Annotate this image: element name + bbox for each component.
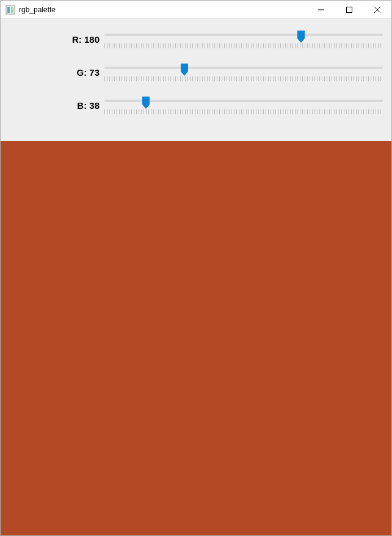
svg-rect-2 — [11, 7, 13, 13]
slider-r[interactable] — [104, 30, 388, 48]
slider-track — [104, 34, 383, 36]
slider-panel: R: 180 G: 73 — [1, 19, 391, 141]
slider-b[interactable] — [104, 96, 388, 114]
label-b: B: 38 — [4, 100, 104, 111]
app-window: rgb_palette R: 180 — [0, 0, 392, 536]
svg-rect-4 — [347, 7, 352, 12]
close-button[interactable] — [363, 1, 391, 19]
slider-row-r: R: 180 — [4, 24, 388, 54]
minimize-button[interactable] — [307, 1, 335, 19]
slider-thumb[interactable] — [297, 30, 305, 43]
color-swatch — [1, 141, 391, 535]
titlebar: rgb_palette — [1, 1, 391, 19]
client-area: R: 180 G: 73 — [1, 19, 391, 535]
slider-row-g: G: 73 — [4, 57, 388, 87]
slider-ticks — [104, 43, 383, 48]
app-icon — [5, 5, 15, 15]
window-title: rgb_palette — [19, 6, 56, 14]
label-g: G: 73 — [4, 67, 104, 78]
slider-g[interactable] — [104, 63, 388, 81]
maximize-button[interactable] — [335, 1, 363, 19]
label-r: R: 180 — [4, 34, 104, 45]
slider-thumb[interactable] — [142, 96, 150, 109]
slider-track — [104, 100, 383, 102]
slider-ticks — [104, 109, 383, 114]
slider-row-b: B: 38 — [4, 90, 388, 120]
slider-thumb[interactable] — [180, 63, 189, 76]
slider-ticks — [104, 76, 383, 81]
svg-rect-1 — [7, 7, 10, 13]
slider-track — [104, 67, 383, 69]
